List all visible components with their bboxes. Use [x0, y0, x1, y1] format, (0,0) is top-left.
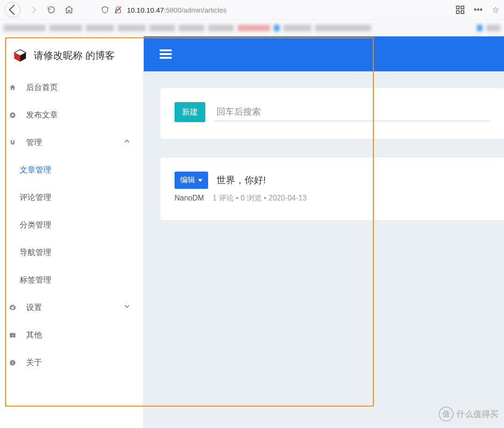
home-button[interactable]	[64, 5, 74, 14]
sidebar-sub-tags[interactable]: 标签管理	[0, 266, 143, 294]
article-meta: NanoDM 1 评论 • 0 浏览 • 2020-04-13	[175, 193, 490, 203]
watermark-icon: 值	[439, 407, 454, 421]
url-text: 10.10.10.47:5800/admin/articles	[127, 6, 227, 14]
search-card: 新建	[161, 88, 504, 139]
sidebar-item-about[interactable]: 关于	[0, 349, 143, 376]
caret-down-icon	[198, 179, 203, 182]
article-stats: 1 评论 • 0 浏览 • 2020-04-13	[213, 194, 307, 202]
sidebar-item-label: 管理	[26, 137, 42, 148]
sidebar: 请修改昵称 的博客 后台首页 发布文章 管理 文章管理 评论管理 分类管理	[0, 36, 144, 428]
sidebar-item-label: 后台首页	[26, 82, 58, 93]
chevron-down-icon	[123, 302, 131, 313]
chevron-up-icon	[123, 137, 131, 148]
article-title[interactable]: 世界，你好!	[217, 174, 266, 186]
browser-toolbar: 10.10.10.47:5800/admin/articles ••• ☆	[0, 0, 504, 20]
sidebar-item-label: 其他	[26, 330, 42, 340]
topbar	[144, 36, 504, 71]
bookmark-star-icon[interactable]: ☆	[492, 5, 499, 15]
new-button[interactable]: 新建	[175, 102, 205, 122]
sidebar-item-manage[interactable]: 管理	[0, 129, 143, 156]
bookmarks-bar	[0, 20, 504, 36]
home-icon	[8, 84, 17, 91]
magnet-icon	[8, 139, 17, 146]
reload-button[interactable]	[47, 5, 56, 14]
qr-icon[interactable]	[456, 6, 464, 14]
sidebar-item-settings[interactable]: 设置	[0, 294, 143, 321]
main-area: 新建 编辑 世界，你好! NanoDM 1 评论 • 0 浏览 • 2020-0…	[144, 36, 504, 428]
sidebar-item-other[interactable]: 其他	[0, 321, 143, 349]
article-author: NanoDM	[175, 194, 204, 202]
sidebar-item-label: 发布文章	[26, 110, 58, 120]
watermark: 值 什么值得买	[439, 407, 498, 421]
url-bar[interactable]: 10.10.10.47:5800/admin/articles	[101, 6, 448, 14]
plus-circle-icon	[8, 111, 17, 119]
site-title-text: 请修改昵称 的博客	[34, 49, 115, 62]
info-icon	[8, 359, 17, 366]
sidebar-item-home[interactable]: 后台首页	[0, 74, 143, 101]
sidebar-sub-navigation[interactable]: 导航管理	[0, 239, 143, 266]
hamburger-icon[interactable]	[160, 49, 172, 59]
shield-icon	[101, 6, 109, 14]
sidebar-sub-articles[interactable]: 文章管理	[0, 156, 143, 184]
site-title[interactable]: 请修改昵称 的博客	[0, 45, 143, 74]
back-button[interactable]	[5, 2, 21, 18]
insecure-icon	[114, 6, 122, 14]
logo-icon	[13, 48, 27, 62]
sidebar-sub-comments[interactable]: 评论管理	[0, 184, 143, 211]
svg-rect-8	[12, 361, 13, 361]
forward-button[interactable]	[29, 5, 38, 14]
sidebar-item-publish[interactable]: 发布文章	[0, 101, 143, 129]
watermark-text: 什么值得买	[456, 408, 498, 420]
svg-rect-7	[12, 362, 13, 364]
edit-button-label: 编辑	[180, 175, 195, 185]
sidebar-item-label: 关于	[26, 357, 42, 368]
more-icon[interactable]: •••	[474, 5, 483, 15]
gear-icon	[8, 304, 17, 311]
sidebar-item-label: 设置	[26, 302, 42, 313]
edit-button[interactable]: 编辑	[175, 172, 208, 189]
search-input[interactable]	[215, 103, 490, 121]
inbox-icon	[8, 331, 17, 339]
sidebar-sub-categories[interactable]: 分类管理	[0, 211, 143, 239]
article-card: 编辑 世界，你好! NanoDM 1 评论 • 0 浏览 • 2020-04-1…	[161, 158, 504, 220]
